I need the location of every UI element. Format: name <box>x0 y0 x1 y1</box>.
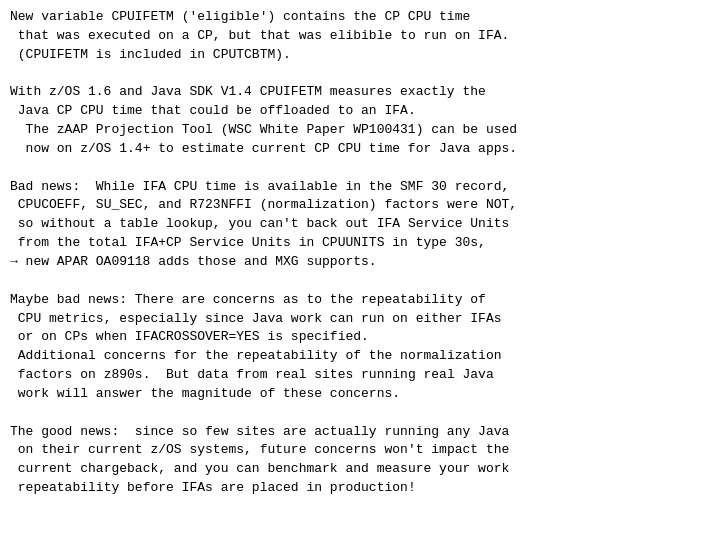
line: on their current z/OS systems, future co… <box>10 442 509 457</box>
line: that was executed on a CP, but that was … <box>10 28 509 43</box>
line: now on z/OS 1.4+ to estimate current CP … <box>10 141 517 156</box>
line: → new APAR OA09118 adds those and MXG su… <box>10 254 377 269</box>
line: The good news: since so few sites are ac… <box>10 424 509 439</box>
paragraph-p3: Bad news: While IFA CPU time is availabl… <box>10 178 710 272</box>
line: New variable CPUIFETM ('eligible') conta… <box>10 9 470 24</box>
line: factors on z890s. But data from real sit… <box>10 367 494 382</box>
line: from the total IFA+CP Service Units in C… <box>10 235 486 250</box>
line: Java CP CPU time that could be offloaded… <box>10 103 416 118</box>
line: The zAAP Projection Tool (WSC White Pape… <box>10 122 517 137</box>
paragraph-p4: Maybe bad news: There are concerns as to… <box>10 291 710 404</box>
line: or on CPs when IFACROSSOVER=YES is speci… <box>10 329 369 344</box>
line: (CPUIFETM is included in CPUTCBTM). <box>10 47 291 62</box>
paragraph-p2: With z/OS 1.6 and Java SDK V1.4 CPUIFETM… <box>10 83 710 158</box>
paragraph-p5: The good news: since so few sites are ac… <box>10 423 710 498</box>
line: CPUCOEFF, SU_SEC, and R723NFFI (normaliz… <box>10 197 517 212</box>
line: current chargeback, and you can benchmar… <box>10 461 509 476</box>
line: work will answer the magnitude of these … <box>10 386 400 401</box>
line: Maybe bad news: There are concerns as to… <box>10 292 486 307</box>
line: CPU metrics, especially since Java work … <box>10 311 502 326</box>
line: so without a table lookup, you can't bac… <box>10 216 509 231</box>
paragraph-p1: New variable CPUIFETM ('eligible') conta… <box>10 8 710 65</box>
line: Bad news: While IFA CPU time is availabl… <box>10 179 509 194</box>
line: With z/OS 1.6 and Java SDK V1.4 CPUIFETM… <box>10 84 486 99</box>
main-content: New variable CPUIFETM ('eligible') conta… <box>10 8 710 498</box>
line: repeatability before IFAs are placed in … <box>10 480 416 495</box>
line: Additional concerns for the repeatabilit… <box>10 348 502 363</box>
